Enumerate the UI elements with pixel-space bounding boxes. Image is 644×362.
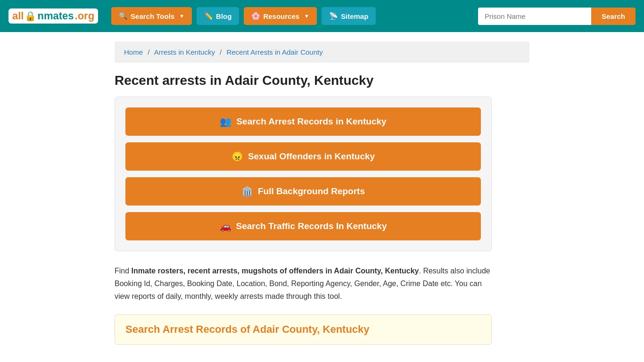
search-arrest-records-label: Search Arrest Records in Kentucky [236, 116, 386, 127]
search-record-box: Search Arrest Records of Adair County, K… [115, 314, 492, 345]
logo-org-text: .org [75, 10, 95, 22]
offender-icon: 😠 [231, 151, 243, 162]
action-buttons-box: 👥 Search Arrest Records in Kentucky 😠 Se… [115, 97, 492, 251]
breadcrumb-arrests-ky[interactable]: Arrests in Kentucky [154, 48, 215, 56]
sexual-offenders-label: Sexual Offenders in Kentucky [248, 151, 375, 162]
description-block: Find Inmate rosters, recent arrests, mug… [115, 264, 492, 303]
resources-icon: 🌸 [251, 12, 260, 20]
search-btn-label: Search [602, 12, 625, 20]
desc-bold: Inmate rosters, recent arrests, mugshots… [132, 267, 419, 275]
search-tools-label: Search Tools [131, 12, 174, 20]
breadcrumb-current: Recent Arrests in Adair County [226, 48, 322, 56]
breadcrumb-sep1: / [148, 48, 149, 56]
search-tools-chevron: ▼ [179, 13, 184, 19]
building-icon: 🏛️ [241, 186, 253, 197]
logo-box: all 🔒 nmates .org [8, 8, 98, 24]
page-title: Recent arrests in Adair County, Kentucky [115, 73, 529, 88]
search-group: Search [478, 8, 636, 25]
prison-search-button[interactable]: Search [591, 8, 636, 25]
search-arrest-records-button[interactable]: 👥 Search Arrest Records in Kentucky [125, 107, 481, 136]
logo-inmates-text: nmates [37, 10, 74, 22]
breadcrumb: Home / Arrests in Kentucky / Recent Arre… [115, 41, 529, 63]
resources-button[interactable]: 🌸 Resources ▼ [244, 7, 317, 25]
breadcrumb-home[interactable]: Home [124, 48, 143, 56]
navbar: all 🔒 nmates .org 🔍 Search Tools ▼ ✏️ Bl… [0, 0, 644, 32]
resources-label: Resources [263, 12, 299, 20]
blog-label: Blog [216, 12, 231, 20]
desc-intro: Find [115, 267, 132, 275]
search-tools-icon: 🔍 [119, 12, 128, 20]
breadcrumb-sep2: / [220, 48, 222, 56]
traffic-records-label: Search Traffic Records In Kentucky [236, 221, 387, 231]
sitemap-button[interactable]: 📡 Sitemap [322, 7, 376, 25]
blog-button[interactable]: ✏️ Blog [197, 7, 239, 25]
people-icon: 👥 [220, 116, 231, 127]
sitemap-label: Sitemap [341, 12, 368, 20]
content-wrap: Home / Arrests in Kentucky / Recent Arre… [105, 32, 539, 354]
logo: all 🔒 nmates .org [8, 8, 98, 24]
prison-search-input[interactable] [478, 8, 591, 25]
search-record-title: Search Arrest Records of Adair County, K… [125, 323, 481, 336]
traffic-records-button[interactable]: 🚗 Search Traffic Records In Kentucky [125, 212, 481, 240]
search-tools-button[interactable]: 🔍 Search Tools ▼ [111, 7, 192, 25]
background-reports-label: Full Background Reports [258, 186, 365, 197]
sexual-offenders-button[interactable]: 😠 Sexual Offenders in Kentucky [125, 142, 481, 171]
resources-chevron: ▼ [304, 13, 309, 19]
car-icon: 🚗 [220, 221, 231, 232]
sitemap-icon: 📡 [329, 12, 338, 20]
background-reports-button[interactable]: 🏛️ Full Background Reports [125, 177, 481, 206]
logo-all-text: all [12, 10, 24, 22]
logo-icon: 🔒 [25, 10, 36, 22]
blog-icon: ✏️ [204, 12, 213, 20]
